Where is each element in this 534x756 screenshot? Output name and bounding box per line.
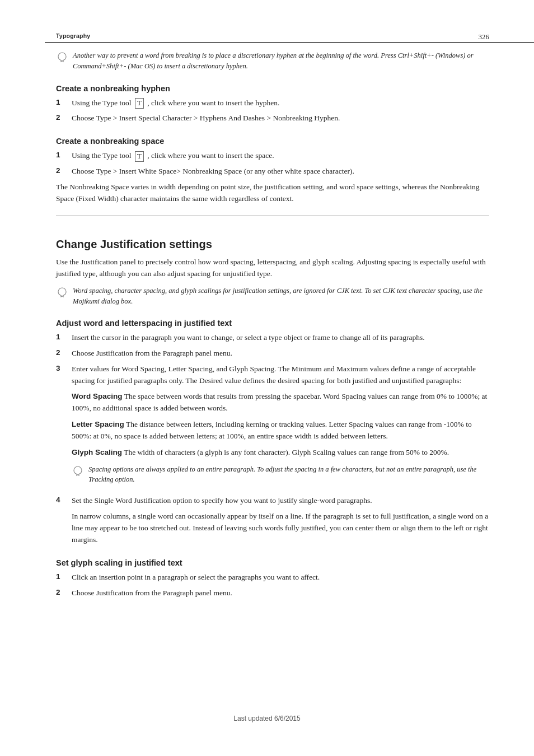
note-icon-3: [72, 465, 84, 477]
word-spacing-text: The space between words that results fro…: [72, 392, 487, 412]
glyph-step1-text: Click an insertion point in a paragraph …: [72, 572, 320, 584]
list-item-adjust-2: 2 Choose Justification from the Paragrap…: [56, 348, 489, 360]
list-item-adjust-3: 3 Enter values for Word Spacing, Letter …: [56, 363, 489, 387]
type-tool-icon-2: T: [135, 151, 144, 162]
step4-para: In narrow columns, a single word can occ…: [72, 511, 489, 546]
page-number: 326: [479, 32, 490, 41]
list-item-hyphen-1: 1 Using the Type tool T , click where yo…: [56, 97, 489, 109]
list-item-space-2: 2 Choose Type > Insert White Space> Nonb…: [56, 166, 489, 178]
adjust-step2-text: Choose Justification from the Paragraph …: [72, 348, 232, 360]
type-tool-icon: T: [135, 98, 144, 109]
heading-glyph: Set glyph scaling in justified text: [56, 558, 489, 567]
heading-justification: Change Justification settings: [56, 232, 489, 251]
list-item-glyph-2: 2 Choose Justification from the Paragrap…: [56, 587, 489, 599]
list-item-adjust-1: 1 Insert the cursor in the paragraph you…: [56, 332, 489, 344]
note-text-1: Another way to prevent a word from break…: [73, 50, 489, 72]
list-item-space-1: 1 Using the Type tool T , click where yo…: [56, 150, 489, 162]
glyph-scaling-term: Glyph Scaling: [72, 448, 122, 456]
note-block-1: Another way to prevent a word from break…: [56, 50, 489, 72]
list-item-hyphen-2: 2 Choose Type > Insert Special Character…: [56, 113, 489, 124]
heading-adjust: Adjust word and letterspacing in justifi…: [56, 319, 489, 328]
list-item-glyph-1: 1 Click an insertion point in a paragrap…: [56, 572, 489, 584]
adjust-step3-text: Enter values for Word Spacing, Letter Sp…: [72, 363, 489, 387]
top-divider: [45, 42, 534, 43]
word-spacing-block: Word Spacing The space between words tha…: [72, 391, 489, 459]
page: 326 Typography Another way to prevent a …: [0, 0, 534, 756]
adjust-step4-text: Set the Single Word Justification option…: [72, 495, 372, 507]
nonbreaking-space-para: The Nonbreaking Space varies in width de…: [56, 181, 489, 205]
glyph-step2-text: Choose Justification from the Paragraph …: [72, 587, 232, 599]
letter-spacing-term: Letter Spacing: [72, 420, 124, 428]
glyph-scaling-text: The width of characters (a glyph is any …: [122, 448, 449, 456]
heading-nonbreaking-space: Create a nonbreaking space: [56, 137, 489, 146]
step4-para-block: In narrow columns, a single word can occ…: [72, 511, 489, 546]
section-label: Typography: [56, 32, 90, 39]
hyphen-step2-text: Choose Type > Insert Special Character >…: [72, 113, 340, 124]
letter-spacing-text: The distance between letters, including …: [72, 420, 472, 440]
footer: Last updated 6/6/2015: [0, 715, 534, 722]
note-text-3: Spacing options are always applied to an…: [88, 464, 489, 486]
heading-nonbreaking-hyphen: Create a nonbreaking hyphen: [56, 84, 489, 93]
note-icon-2: [56, 286, 68, 298]
note-block-3: Spacing options are always applied to an…: [72, 464, 489, 486]
list-item-adjust-4: 4 Set the Single Word Justification opti…: [56, 495, 489, 507]
justification-intro: Use the Justification panel to precisely…: [56, 256, 489, 280]
note-block-2: Word spacing, character spacing, and gly…: [56, 286, 489, 307]
section-divider: [56, 215, 489, 216]
adjust-step1-text: Insert the cursor in the paragraph you w…: [72, 332, 425, 344]
word-spacing-term: Word Spacing: [72, 392, 123, 400]
note-icon-1: [56, 51, 68, 63]
note-text-2: Word spacing, character spacing, and gly…: [73, 286, 489, 307]
space-step2-text: Choose Type > Insert White Space> Nonbre…: [72, 166, 354, 178]
